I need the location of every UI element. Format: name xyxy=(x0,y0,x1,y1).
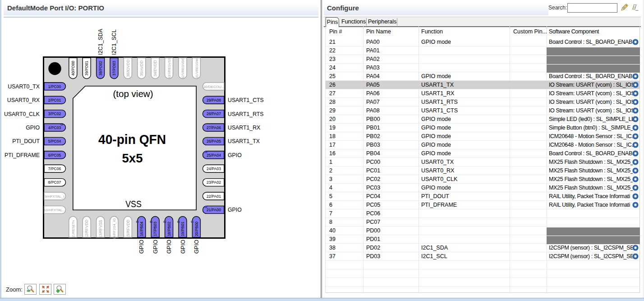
svg-text:GPIO: GPIO xyxy=(228,207,242,213)
svg-text:31/VREGSW: 31/VREGSW xyxy=(195,58,199,78)
svg-text:10/HFXTAL...: 10/HFXTAL... xyxy=(44,208,65,212)
svg-text:G: G xyxy=(60,122,63,126)
svg-text:G: G xyxy=(163,220,166,224)
svg-text:40-pin QFN: 40-pin QFN xyxy=(98,132,166,147)
svg-text:17/PB03: 17/PB03 xyxy=(153,222,157,236)
svg-text:12/RFVDD: 12/RFVDD xyxy=(84,220,89,238)
svg-text:GPIO: GPIO xyxy=(180,240,186,254)
svg-text:G: G xyxy=(136,220,138,224)
svg-text:40/PD00: 40/PD00 xyxy=(71,60,75,75)
svg-text:28/PA07: 28/PA07 xyxy=(207,111,221,116)
svg-text:(top view): (top view) xyxy=(113,89,153,99)
svg-text:21/PA00: 21/PA00 xyxy=(207,208,221,212)
svg-text:11/RESETn: 11/RESETn xyxy=(71,220,75,238)
svg-text:1/PC00: 1/PC00 xyxy=(48,84,61,89)
svg-text:G: G xyxy=(177,220,180,224)
svg-text:5/PC04: 5/PC04 xyxy=(48,139,61,144)
svg-text:14/RF2G4_IO: 14/RF2G4_IO xyxy=(112,218,116,240)
svg-text:35/AVDD: 35/AVDD xyxy=(139,60,144,76)
svg-text:24/PA03: 24/PA03 xyxy=(207,167,221,171)
svg-text:USART1_RTS: USART1_RTS xyxy=(228,111,264,117)
svg-text:GPIO: GPIO xyxy=(152,240,159,254)
svg-text:36/IOVDD: 36/IOVDD xyxy=(126,60,130,77)
svg-text:USART0_RX: USART0_RX xyxy=(7,97,40,103)
svg-text:VSS: VSS xyxy=(125,199,142,209)
svg-text:3/PC02: 3/PC02 xyxy=(48,111,61,116)
svg-text:GPIO: GPIO xyxy=(228,152,242,158)
svg-text:GPIO: GPIO xyxy=(166,240,172,254)
svg-text:15/RFVDD: 15/RFVDD xyxy=(126,220,130,238)
svg-text:13/RFVSS: 13/RFVSS xyxy=(98,220,103,238)
svg-text:4/PC03: 4/PC03 xyxy=(48,125,61,130)
svg-text:USART0_TX: USART0_TX xyxy=(8,83,40,90)
svg-text:I2C1_SCL: I2C1_SCL xyxy=(111,29,117,55)
svg-text:19/PB01: 19/PB01 xyxy=(180,222,185,236)
svg-text:39/PD01: 39/PD01 xyxy=(84,60,89,75)
svg-text:PTI_DOUT: PTI_DOUT xyxy=(12,138,40,144)
svg-text:7/PC06: 7/PC06 xyxy=(48,167,61,171)
svg-text:26/PA05: 26/PA05 xyxy=(207,139,221,144)
svg-text:USART1_RX: USART1_RX xyxy=(228,125,260,131)
svg-text:2/PC01: 2/PC01 xyxy=(48,98,61,102)
svg-text:29/PA08: 29/PA08 xyxy=(207,98,221,102)
svg-text:PTI_DFRAME: PTI_DFRAME xyxy=(5,152,40,158)
svg-text:USART1_CTS: USART1_CTS xyxy=(228,97,264,103)
svg-text:I2C1_SDA: I2C1_SDA xyxy=(97,28,104,55)
svg-text:27/PA06: 27/PA06 xyxy=(207,125,221,130)
svg-text:34/DVDD: 34/DVDD xyxy=(153,60,157,76)
svg-text:25/PA04: 25/PA04 xyxy=(207,153,221,157)
svg-text:37/PD03: 37/PD03 xyxy=(112,60,116,75)
svg-text:6/PC05: 6/PC05 xyxy=(48,153,61,157)
svg-text:9/HFXTAL_I: 9/HFXTAL_I xyxy=(45,194,64,199)
svg-text:GPIO: GPIO xyxy=(26,125,40,131)
svg-text:32/VREGVDD: 32/VREGVDD xyxy=(181,57,185,79)
svg-text:USART0_CLK: USART0_CLK xyxy=(4,111,40,117)
svg-text:GPIO: GPIO xyxy=(193,240,200,254)
svg-text:18/PB02: 18/PB02 xyxy=(167,222,171,236)
svg-text:G: G xyxy=(191,220,193,224)
svg-text:G: G xyxy=(204,150,207,154)
svg-text:5x5: 5x5 xyxy=(122,151,143,165)
svg-text:23/PA02: 23/PA02 xyxy=(207,180,221,185)
svg-text:G: G xyxy=(204,205,207,209)
svg-text:8/PC07: 8/PC07 xyxy=(48,180,61,185)
svg-text:GPIO: GPIO xyxy=(138,240,145,254)
svg-text:20/PB00: 20/PB00 xyxy=(194,222,199,236)
svg-text:USART1_TX: USART1_TX xyxy=(228,138,260,144)
svg-text:22/PA01: 22/PA01 xyxy=(207,194,221,199)
svg-text:16/PB04: 16/PB04 xyxy=(139,222,144,236)
svg-text:30/DECOU...: 30/DECOU... xyxy=(203,85,225,89)
svg-text:38/PD02: 38/PD02 xyxy=(98,60,103,75)
svg-text:G: G xyxy=(150,220,152,224)
svg-text:33/VREGVSS: 33/VREGVSS xyxy=(167,58,171,79)
